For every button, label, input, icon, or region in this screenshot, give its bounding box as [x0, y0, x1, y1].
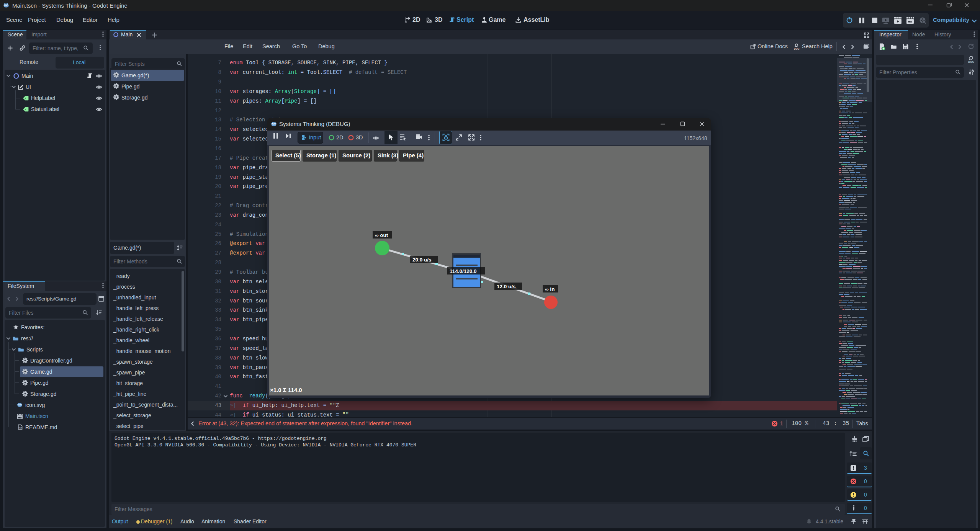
- svg-text:DOC: DOC: [968, 60, 974, 63]
- svg-text:DOC: DOC: [794, 47, 800, 50]
- svg-text:TXT: TXT: [18, 427, 23, 429]
